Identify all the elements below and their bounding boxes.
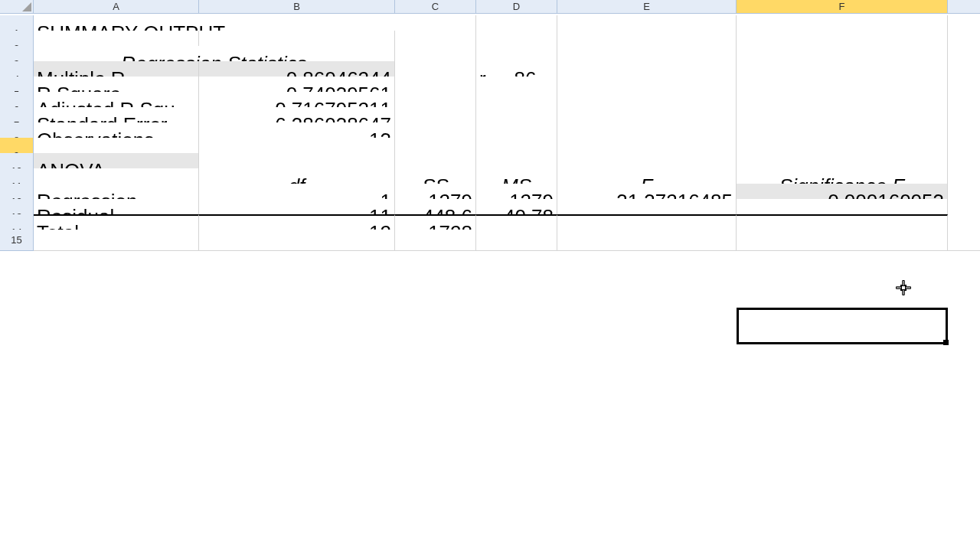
cell-E15[interactable] bbox=[557, 230, 737, 251]
cell-D15[interactable] bbox=[476, 230, 557, 251]
cell-B15[interactable] bbox=[199, 230, 395, 251]
col-header-D[interactable]: D bbox=[476, 0, 557, 14]
fill-handle[interactable] bbox=[943, 340, 949, 345]
col-header-A[interactable]: A bbox=[34, 0, 199, 14]
cell-F15[interactable] bbox=[737, 230, 948, 251]
col-header-C[interactable]: C bbox=[395, 0, 476, 14]
col-header-G[interactable] bbox=[948, 0, 980, 14]
cell-C15[interactable] bbox=[395, 230, 476, 251]
svg-rect-0 bbox=[901, 285, 906, 290]
col-header-E[interactable]: E bbox=[557, 0, 737, 14]
cell-G15[interactable] bbox=[948, 230, 980, 251]
cell-A15[interactable] bbox=[34, 230, 199, 251]
active-cell-selection bbox=[737, 308, 948, 344]
col-header-B[interactable]: B bbox=[199, 0, 395, 14]
cursor-cross-icon bbox=[894, 279, 913, 297]
row-header-15[interactable]: 15 bbox=[0, 230, 34, 251]
spreadsheet-grid[interactable]: A B C D E F 1 SUMMARY OUTPUT 2 3 Regress… bbox=[0, 0, 980, 245]
col-header-F[interactable]: F bbox=[737, 0, 948, 14]
select-all-corner[interactable] bbox=[0, 0, 34, 14]
